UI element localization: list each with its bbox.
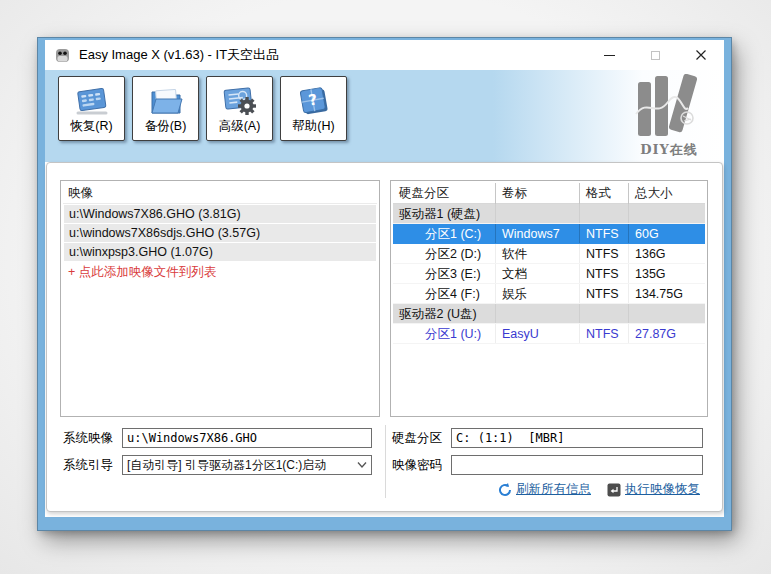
drive-group-row[interactable]: 驱动器1 (硬盘)	[393, 204, 705, 224]
help-button[interactable]: ? 帮助(H)	[280, 76, 347, 141]
image-list-items: u:\Windows7X86.GHO (3.81G)u:\windows7X86…	[63, 205, 377, 261]
table-cell: 软件	[495, 244, 579, 263]
partition-table-header: 硬盘分区 卷标 格式 总大小	[393, 183, 705, 204]
partition-rows: 驱动器1 (硬盘)分区1 (C:)Windows7NTFS60G分区2 (D:)…	[393, 204, 705, 344]
chevron-down-icon	[357, 461, 367, 469]
system-boot-selected-value: [自动引导] 引导驱动器1分区1(C:)启动	[127, 458, 326, 472]
maximize-button[interactable]	[632, 41, 678, 69]
table-cell	[628, 304, 705, 323]
backup-icon	[147, 85, 185, 117]
close-icon	[695, 49, 707, 61]
column-header-partition: 硬盘分区	[393, 183, 495, 204]
column-header-total-size: 总大小	[628, 183, 705, 204]
image-list-item[interactable]: u:\Windows7X86.GHO (3.81G)	[64, 205, 376, 223]
table-cell: 134.75G	[628, 284, 705, 303]
restore-button-label: 恢复(R)	[70, 119, 112, 133]
table-cell: 136G	[628, 244, 705, 263]
backup-button-label: 备份(B)	[145, 119, 187, 133]
content-area: 映像 u:\Windows7X86.GHO (3.81G)u:\windows7…	[46, 162, 723, 512]
execute-restore-link[interactable]: 执行映像恢复	[607, 481, 700, 498]
enter-key-icon	[607, 483, 621, 497]
table-cell: 驱动器1 (硬盘)	[393, 204, 495, 223]
table-cell: 娱乐	[495, 284, 579, 303]
drive-group-row[interactable]: 驱动器2 (U盘)	[393, 304, 705, 324]
restore-icon	[73, 85, 111, 117]
app-icon	[54, 47, 71, 64]
table-cell: NTFS	[579, 224, 628, 243]
refresh-icon	[498, 483, 512, 497]
table-cell	[579, 204, 628, 223]
table-cell	[495, 204, 579, 223]
restore-button[interactable]: 恢复(R)	[58, 76, 125, 141]
partition-row[interactable]: 分区1 (C:)Windows7NTFS60G	[393, 224, 705, 244]
refresh-all-link[interactable]: 刷新所有信息	[498, 481, 591, 498]
table-cell: 分区2 (D:)	[393, 244, 495, 263]
image-list-header: 映像	[63, 183, 377, 204]
backup-button[interactable]: 备份(B)	[132, 76, 199, 141]
brand-logo-icon	[630, 74, 708, 140]
window-title: Easy Image X (v1.63) - IT天空出品	[79, 46, 279, 64]
table-cell: 60G	[628, 224, 705, 243]
disk-partition-label: 硬盘分区	[392, 430, 444, 447]
column-header-volume-label: 卷标	[495, 183, 579, 204]
restore-form: 系统映像 系统引导 [自动引导] 引导驱动器1分区1(C:)启动	[47, 423, 722, 511]
table-cell: 27.87G	[628, 324, 705, 343]
table-cell: NTFS	[579, 264, 628, 283]
table-cell	[628, 204, 705, 223]
table-cell: 分区3 (E:)	[393, 264, 495, 283]
help-button-label: 帮助(H)	[292, 119, 334, 133]
column-header-format: 格式	[579, 183, 628, 204]
execute-restore-label: 执行映像恢复	[625, 481, 700, 498]
toolbar: 恢复(R) 备份(B)	[45, 70, 724, 162]
advanced-button[interactable]: 高级(A)	[206, 76, 273, 141]
table-cell: 135G	[628, 264, 705, 283]
advanced-button-label: 高级(A)	[219, 119, 261, 133]
disk-partition-input[interactable]	[451, 428, 703, 448]
image-list-item[interactable]: u:\winxpsp3.GHO (1.07G)	[64, 243, 376, 261]
add-image-link[interactable]: + 点此添加映像文件到列表	[63, 262, 377, 282]
table-cell: Windows7	[495, 224, 579, 243]
maximize-icon	[651, 51, 660, 60]
table-cell: 文档	[495, 264, 579, 283]
system-boot-label: 系统引导	[63, 457, 115, 474]
system-boot-select[interactable]: [自动引导] 引导驱动器1分区1(C:)启动	[122, 455, 372, 475]
brand-logo-text: DIY在线	[626, 141, 712, 159]
partition-row[interactable]: 分区3 (E:)文档NTFS135G	[393, 264, 705, 284]
partition-row[interactable]: 分区2 (D:)软件NTFS136G	[393, 244, 705, 264]
form-divider	[385, 425, 386, 498]
table-cell: 分区1 (C:)	[393, 224, 495, 243]
system-image-input[interactable]	[122, 428, 372, 448]
desktop-background: Easy Image X (v1.63) - IT天空出品	[0, 0, 771, 574]
app-window: Easy Image X (v1.63) - IT天空出品	[38, 38, 731, 530]
partition-row[interactable]: 分区4 (F:)娱乐NTFS134.75G	[393, 284, 705, 304]
advanced-icon	[221, 85, 259, 117]
brand-logo: DIY在线	[626, 74, 712, 159]
image-list-panel: 映像 u:\Windows7X86.GHO (3.81G)u:\windows7…	[60, 180, 380, 417]
image-password-label: 映像密码	[392, 457, 444, 474]
title-bar[interactable]: Easy Image X (v1.63) - IT天空出品	[45, 40, 724, 70]
partition-table-panel: 硬盘分区 卷标 格式 总大小 驱动器1 (硬盘)分区1 (C:)Windows7…	[390, 180, 708, 417]
partition-row[interactable]: 分区1 (U:)EasyUNTFS27.87G	[393, 324, 705, 344]
minimize-button[interactable]	[586, 41, 632, 69]
table-cell: NTFS	[579, 324, 628, 343]
table-cell: 分区4 (F:)	[393, 284, 495, 303]
table-cell: EasyU	[495, 324, 579, 343]
image-list-item[interactable]: u:\windows7X86sdjs.GHO (3.57G)	[64, 224, 376, 242]
table-cell	[579, 304, 628, 323]
help-icon: ?	[295, 85, 333, 117]
table-cell: 分区1 (U:)	[393, 324, 495, 343]
table-cell: NTFS	[579, 244, 628, 263]
table-cell	[495, 304, 579, 323]
minimize-icon	[604, 55, 615, 56]
system-image-label: 系统映像	[63, 430, 115, 447]
table-cell: NTFS	[579, 284, 628, 303]
table-cell: 驱动器2 (U盘)	[393, 304, 495, 323]
refresh-all-label: 刷新所有信息	[516, 481, 591, 498]
close-button[interactable]	[678, 41, 724, 69]
image-password-input[interactable]	[451, 455, 703, 475]
